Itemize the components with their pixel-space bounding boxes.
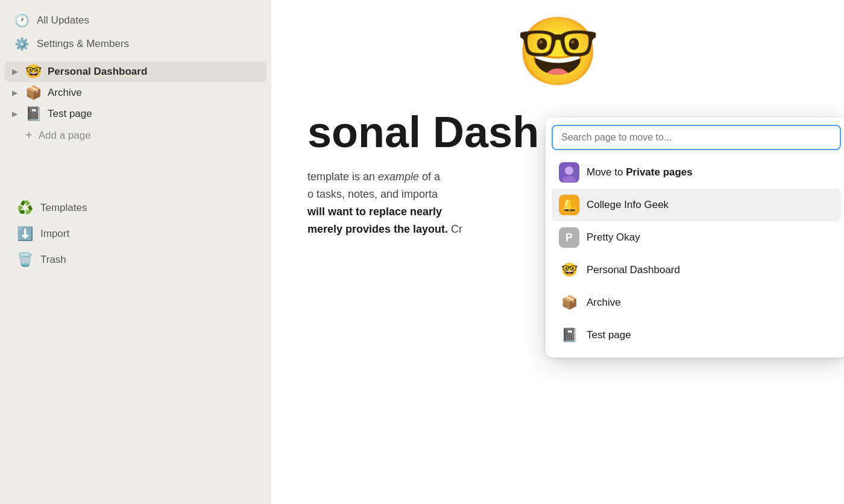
body-text-2: o tasks, notes, and importa (307, 188, 438, 200)
svg-point-3 (565, 166, 573, 175)
sidebar: 🕐 All Updates ⚙️ Settings & Members ▶ 🤓 … (0, 0, 271, 504)
top-bar-items: 🕐 All Updates ⚙️ Settings & Members (0, 6, 271, 61)
clock-icon: 🕐 (14, 13, 30, 28)
sidebar-item-label: Settings & Members (37, 38, 129, 50)
private-pages-avatar (559, 162, 579, 183)
dropdown-item-test-page[interactable]: 📓 Test page (552, 319, 841, 351)
sidebar-item-label: All Updates (37, 14, 89, 27)
sidebar-page-label: Test page (48, 108, 92, 120)
chevron-right-icon: ▶ (12, 89, 22, 97)
sidebar-item-label: Import (40, 228, 69, 240)
test-page-icon: 📓 (25, 107, 42, 121)
body-text-1: template is an example of a (307, 171, 440, 183)
dropdown-item-pretty-okay[interactable]: P Pretty Okay (552, 221, 841, 254)
main-content: 🤓 sonal Dash template is an example of a… (271, 0, 844, 504)
templates-icon: ♻️ (17, 200, 33, 216)
sidebar-item-import[interactable]: ⬇️ Import (5, 221, 266, 247)
dropdown-item-label: Personal Dashboard (587, 264, 680, 276)
page-emoji-header: 🤓 (271, 18, 844, 84)
dropdown-item-archive[interactable]: 📦 Archive (552, 286, 841, 319)
sidebar-item-label: Templates (40, 202, 87, 214)
sidebar-item-personal-dashboard[interactable]: ▶ 🤓 Personal Dashboard (5, 61, 266, 82)
sidebar-item-test-page[interactable]: ▶ 📓 Test page (5, 104, 266, 124)
chevron-right-icon: ▶ (12, 68, 22, 76)
archive-icon: 📦 (559, 292, 579, 313)
college-info-geek-icon: 🔔 (559, 195, 579, 215)
sidebar-item-archive[interactable]: ▶ 📦 Archive (5, 83, 266, 103)
sidebar-page-label: Archive (48, 87, 82, 99)
sidebar-item-templates[interactable]: ♻️ Templates (5, 195, 266, 221)
personal-dashboard-icon: 🤓 (25, 65, 42, 78)
sidebar-page-label: Personal Dashboard (48, 66, 147, 78)
sidebar-item-label: Trash (40, 254, 66, 266)
dropdown-item-private-pages[interactable]: Move to Private pages (552, 156, 841, 189)
dropdown-item-personal-dashboard[interactable]: 🤓 Personal Dashboard (552, 254, 841, 286)
dropdown-item-college-info-geek[interactable]: 🔔 College Info Geek (552, 189, 841, 221)
chevron-right-icon: ▶ (12, 110, 22, 118)
search-wrapper (552, 125, 841, 150)
add-page-label: Add a page (39, 130, 91, 142)
page-emoji: 🤓 (517, 18, 599, 84)
pretty-okay-icon: P (559, 227, 579, 248)
sidebar-item-all-updates[interactable]: 🕐 All Updates (5, 9, 266, 32)
sidebar-bottom-items: ♻️ Templates ⬇️ Import 🗑️ Trash (0, 195, 271, 273)
sidebar-pages: ▶ 🤓 Personal Dashboard ▶ 📦 Archive ▶ 📓 T… (0, 61, 271, 146)
archive-icon: 📦 (25, 86, 42, 99)
gear-icon: ⚙️ (14, 37, 30, 51)
page-title-text: sonal Dash (307, 109, 539, 156)
import-icon: ⬇️ (17, 226, 33, 242)
dropdown-item-label: College Info Geek (587, 199, 669, 211)
trash-icon: 🗑️ (17, 252, 33, 268)
move-to-dropdown: Move to Private pages 🔔 College Info Gee… (546, 118, 844, 358)
dropdown-item-label: Archive (587, 297, 621, 309)
body-text-4: merely provides the layout. Cr (307, 223, 462, 235)
sidebar-item-trash[interactable]: 🗑️ Trash (5, 247, 266, 272)
search-input[interactable] (552, 125, 841, 150)
dropdown-item-label: Move to Private pages (587, 166, 693, 178)
sidebar-item-settings[interactable]: ⚙️ Settings & Members (5, 33, 266, 55)
add-page-button[interactable]: + Add a page (5, 125, 266, 146)
dropdown-item-label: Test page (587, 329, 631, 341)
plus-icon: + (25, 128, 33, 142)
dropdown-item-label: Pretty Okay (587, 232, 640, 244)
test-page-icon: 📓 (559, 325, 579, 345)
personal-dashboard-icon: 🤓 (559, 260, 579, 280)
body-text-3: will want to replace nearly (307, 206, 442, 218)
